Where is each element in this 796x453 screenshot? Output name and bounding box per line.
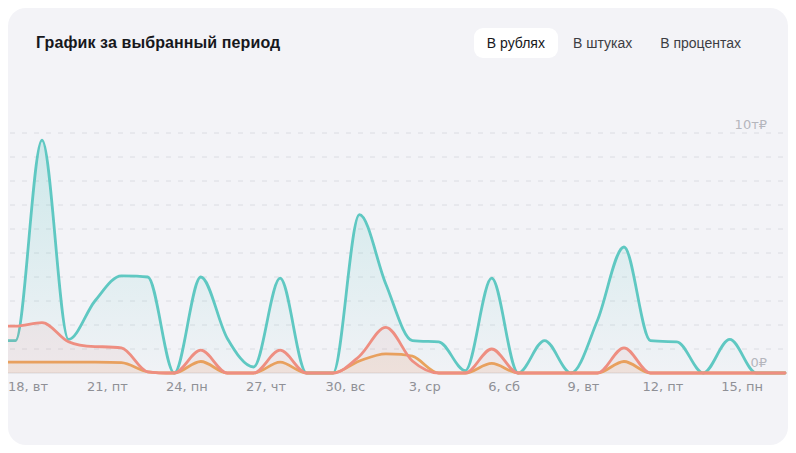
x-tick-label: 12, пт: [642, 379, 683, 394]
x-tick-label: 15, пн: [721, 379, 763, 394]
y-max-label: 10т₽: [735, 117, 767, 132]
x-tick-label: 6, сб: [488, 379, 520, 394]
x-tick-label: 9, вт: [568, 379, 600, 394]
tab-rubles[interactable]: В рублях: [474, 28, 558, 58]
period-chart[interactable]: 18, вт21, пт24, пн27, чт30, вс3, ср6, сб…: [8, 8, 788, 445]
card-header: График за выбранный период В рубляхВ шту…: [8, 8, 788, 58]
x-tick-label: 3, ср: [409, 379, 441, 394]
x-tick-label: 27, чт: [246, 379, 286, 394]
x-tick-label: 18, вт: [8, 379, 48, 394]
tab-units[interactable]: В штуках: [560, 28, 645, 58]
y-zero-label: 0₽: [750, 355, 767, 370]
x-tick-label: 21, пт: [87, 379, 128, 394]
page: 18, вт21, пт24, пн27, чт30, вс3, ср6, сб…: [0, 0, 796, 453]
x-tick-label: 24, пн: [166, 379, 208, 394]
x-axis-labels: 18, вт21, пт24, пн27, чт30, вс3, ср6, сб…: [8, 379, 763, 394]
chart-card: 18, вт21, пт24, пн27, чт30, вс3, ср6, сб…: [8, 8, 788, 445]
unit-tabs: В рубляхВ штукахВ процентах: [474, 28, 754, 58]
y-axis-labels: 10т₽0₽: [735, 117, 767, 370]
x-tick-label: 30, вс: [326, 379, 366, 394]
page-title: График за выбранный период: [36, 34, 280, 52]
tab-percent[interactable]: В процентах: [647, 28, 754, 58]
